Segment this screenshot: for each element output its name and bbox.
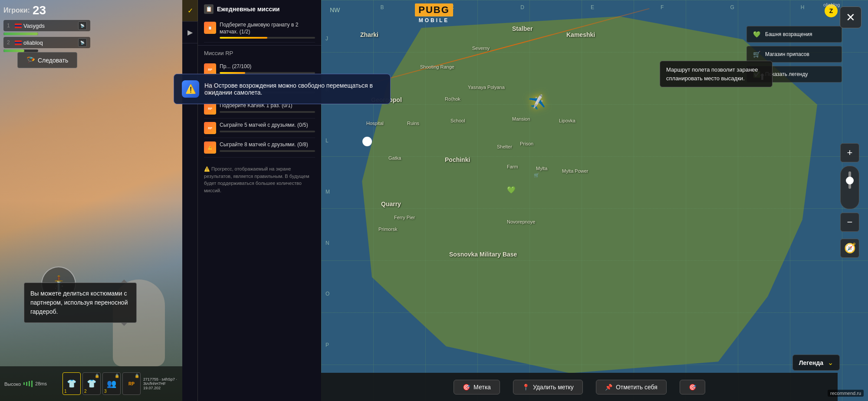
- player-row-1: 1 Vasygds 📡: [3, 20, 90, 31]
- delete-mark-label: Удалить метку: [533, 384, 574, 391]
- rp4-progress: [220, 131, 315, 132]
- zoom-out-button[interactable]: −: [840, 213, 859, 232]
- slider-track: [848, 171, 851, 189]
- date-text: 19.07.202: [143, 386, 161, 390]
- inv-slot-3-icon: 👥: [107, 379, 116, 388]
- mark-self-label: Отметить себя: [616, 384, 658, 391]
- player1-health-fill: [3, 33, 38, 35]
- mark-button[interactable]: 🎯 Метка: [454, 380, 500, 394]
- signal-bars: [23, 381, 33, 387]
- loc-quarry: Quarry: [381, 200, 401, 207]
- loc-mansion: Mansion: [512, 116, 530, 122]
- mission1-info: Подберите дымовую гранату в 2 матчах. (1…: [220, 22, 315, 39]
- loc-primorsk: Primorsk: [378, 227, 397, 232]
- rp-mission-4: RP Сыграйте 5 матчей с друзьями. (0/5): [204, 118, 315, 138]
- loc-mylta-power: Mylta Power: [562, 168, 589, 174]
- loc-hospital: Hospital: [366, 121, 384, 126]
- pubg-logo: PUBG MOBILE: [399, 3, 469, 23]
- player1-health: [3, 33, 38, 35]
- hud-top-left: Игроки: 23 1 Vasygds 📡 2 oliabloq 📡: [3, 3, 90, 52]
- mark-self-button[interactable]: 📌 Отметить себя: [596, 380, 667, 394]
- loc-rozhok: Ro⟨hok: [445, 96, 460, 102]
- warning-notification: ⚠️ На Острове возрождения можно свободно…: [174, 74, 391, 104]
- player1-name: Vasygds: [23, 23, 76, 29]
- rp3-badge: RP: [204, 102, 216, 115]
- legend-return: 💚 Башня возращения: [746, 26, 842, 43]
- rp4-badge: RP: [204, 122, 216, 134]
- loc-shelter: Shelter: [497, 144, 512, 149]
- daily-icon: 📋: [204, 4, 214, 14]
- inv-slot-2[interactable]: 👕 2 🔒: [82, 372, 101, 395]
- legend-shop-text: Магазин припасов: [765, 51, 809, 57]
- legend-bar[interactable]: Легенда ⌄: [792, 355, 840, 371]
- pubg-title: PUBG: [415, 3, 453, 16]
- mark-label: Метка: [473, 384, 491, 391]
- legend-arrow-icon: ⌄: [828, 358, 833, 367]
- map-container[interactable]: B C D E F G H J K L M N O P ✈️ Zharki St…: [321, 0, 868, 401]
- zone-marker: [362, 137, 372, 146]
- delete-mark-button[interactable]: 📍 Удалить метку: [513, 380, 583, 394]
- loc-novorepnoye: Novorepnoye: [507, 219, 535, 224]
- score-text: 2717755: [143, 377, 158, 381]
- rp1-info: Пр... (27/100): [220, 63, 315, 74]
- inv-slot-rp-icon: RP: [128, 381, 135, 386]
- rp4-text: Сыграйте 5 матчей с друзьями. (0/5): [220, 122, 315, 129]
- player2-icon: 📡: [78, 38, 87, 47]
- player1-rank: 1: [7, 23, 13, 29]
- map-tooltip: Маршрут полета позволит заранее спланиро…: [660, 61, 773, 87]
- missions-content: 📋 Ежедневные миссии 📋 Подберите дымовую …: [198, 0, 321, 401]
- inventory-slots: 👕 1 👕 2 🔒 👥 3 🔒 RP 🔒: [62, 372, 141, 395]
- parachute-icon: 🪂: [26, 56, 35, 64]
- shop-legend-icon: 🛒: [751, 49, 762, 59]
- follow-button[interactable]: 🪂 Следовать: [17, 52, 77, 68]
- loc-school: School: [450, 118, 465, 123]
- warning-text: На Острове возрождения можно свободно пе…: [204, 82, 382, 96]
- inv-slot-rp[interactable]: RP 🔒: [122, 372, 141, 395]
- loc-shooting: Shooting Range: [420, 64, 454, 69]
- warning-icon: ⚠️: [182, 80, 199, 98]
- mission1-progress: [220, 37, 315, 39]
- watermark-text: recommend.ru: [830, 391, 861, 396]
- target-button[interactable]: 🎯: [680, 380, 705, 394]
- nav-item-checkmark[interactable]: ✓: [182, 0, 198, 22]
- inv-slot-2-icon: 👕: [87, 379, 96, 388]
- inv-slot-1-icon: 👕: [67, 379, 76, 388]
- rp4-info: Сыграйте 5 матчей с друзьями. (0/5): [220, 122, 315, 132]
- mission-note: ⚠️ Прогресс, отображаемый на экране резу…: [198, 162, 321, 197]
- daily-header: 📋 Ежедневные миссии: [204, 4, 315, 14]
- player1-icon: 📡: [78, 21, 87, 30]
- tip-text: Вы можете делиться костюмами с партнером…: [30, 290, 128, 315]
- map-close-button[interactable]: ✕: [840, 7, 861, 28]
- missions-panel: ✓ ▶ 📋 Ежедневные миссии 📋 Подберите дымо…: [182, 0, 321, 401]
- legend-title: Легенда: [799, 359, 823, 366]
- zoom-in-button[interactable]: +: [840, 143, 859, 162]
- loc-severny: Severny: [472, 46, 490, 51]
- inv-slot-1[interactable]: 👕 1: [62, 372, 81, 395]
- missions-nav: ✓ ▶: [182, 0, 198, 401]
- map-controls: + − 🧭: [840, 143, 859, 258]
- mission1-badge: 📋: [204, 22, 216, 34]
- ping-text: 28ms: [35, 381, 47, 386]
- compass-button[interactable]: 🧭: [840, 239, 859, 258]
- player2-rank: 2: [7, 39, 13, 46]
- delete-mark-icon: 📍: [522, 384, 529, 391]
- target-icon: 🎯: [689, 384, 696, 391]
- note-text: Прогресс, отображаемый на экране результ…: [204, 166, 309, 193]
- loc-lipovka: Lipovka: [559, 118, 575, 123]
- pubg-mobile-text: MOBILE: [419, 17, 450, 23]
- slider-thumb: [846, 177, 854, 184]
- rp3-progress: [220, 111, 315, 113]
- loc-sosnovka: Sosnovka Military Base: [449, 251, 517, 258]
- loc-ruins: Ruins: [407, 121, 419, 126]
- mission1-progress-fill: [220, 37, 267, 39]
- nav-item-arrow[interactable]: ▶: [182, 22, 198, 43]
- loc-mylta: Mylta: [536, 166, 547, 171]
- loc-farm: Farm: [507, 164, 518, 169]
- rp5-info: Сыграйте 8 матчей с друзьями. (0/8): [220, 141, 315, 152]
- player1-flag: [15, 23, 22, 28]
- inv-slot-3[interactable]: 👥 3 🔒: [102, 372, 121, 395]
- pubg-title-text: PUBG: [418, 4, 450, 15]
- quality-text: Высоко: [4, 381, 21, 387]
- zoom-slider[interactable]: [840, 166, 859, 209]
- daily-section: 📋 Ежедневные миссии 📋 Подберите дымовую …: [198, 0, 321, 46]
